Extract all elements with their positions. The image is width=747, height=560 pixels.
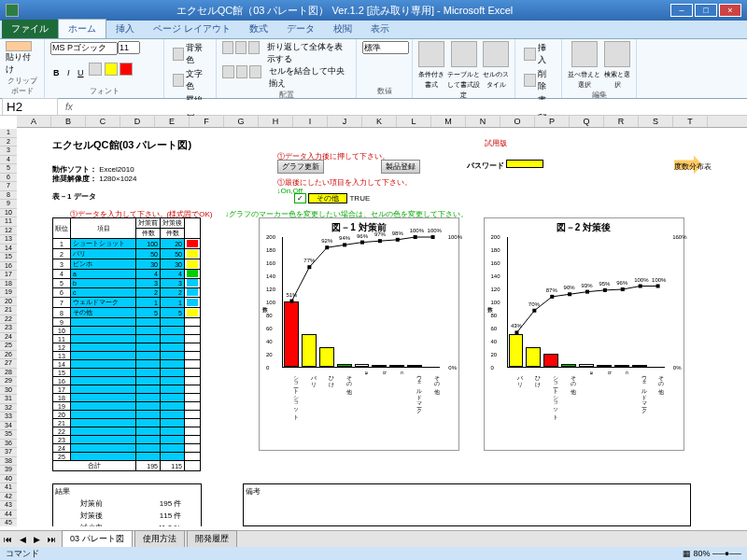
align-br-icon[interactable] [249, 65, 261, 78]
formula-input[interactable] [78, 100, 747, 114]
delete-button[interactable]: 削除 [521, 67, 556, 93]
table-row[interactable]: 11 [53, 335, 201, 343]
col-header[interactable]: K [362, 116, 397, 127]
table-row[interactable]: 21 [53, 419, 201, 427]
close-button[interactable]: × [719, 4, 741, 17]
wrap-button[interactable]: 折り返して全体を表示する [267, 41, 350, 65]
col-header[interactable]: L [397, 116, 431, 127]
table-row[interactable]: 6c22 [53, 288, 201, 298]
col-header[interactable]: B [51, 116, 86, 127]
row-header[interactable]: 35 [0, 430, 17, 440]
italic-button[interactable]: I [64, 67, 73, 78]
col-header[interactable]: S [639, 116, 673, 127]
row-header[interactable]: 45 [0, 519, 17, 526]
table-row[interactable]: 22 [53, 427, 201, 436]
tblfmt-icon[interactable] [451, 41, 477, 67]
row-header[interactable]: 8 [0, 191, 17, 201]
fgcolor-button[interactable]: 文字色 [170, 67, 210, 93]
row-header[interactable]: 38 [0, 457, 17, 467]
tab-insert[interactable]: 挿入 [106, 20, 144, 38]
row-header[interactable]: 32 [0, 404, 17, 413]
sheet-nav-prev[interactable]: ◀ [16, 535, 30, 544]
row-header[interactable]: 4 [0, 156, 17, 165]
col-header[interactable]: P [535, 116, 570, 127]
row-header[interactable]: 34 [0, 422, 17, 431]
row-header[interactable]: 2 [0, 138, 17, 147]
row-header[interactable]: 19 [0, 288, 17, 298]
row-header[interactable]: 9 [0, 200, 17, 209]
tab-layout[interactable]: ページ レイアウト [144, 20, 240, 38]
sheet-tab-3[interactable]: 開発履歴 [187, 530, 237, 548]
table-row[interactable]: 4a44 [53, 270, 201, 279]
table-row[interactable]: 5b33 [53, 279, 201, 288]
col-header[interactable]: D [120, 116, 155, 127]
col-header[interactable]: J [328, 116, 362, 127]
col-header[interactable]: I [293, 116, 328, 127]
table-row[interactable]: 24 [53, 444, 201, 453]
row-header[interactable]: 7 [0, 182, 17, 191]
table-row[interactable]: 17 [53, 385, 201, 394]
numfmt-select[interactable] [362, 41, 409, 54]
row-header[interactable]: 12 [0, 227, 17, 236]
zoom-slider[interactable]: ──●── [712, 549, 741, 558]
bold-button[interactable]: B [50, 67, 63, 78]
table-row[interactable]: 16 [53, 377, 201, 385]
row-header[interactable]: 21 [0, 306, 17, 315]
cellstyle-icon[interactable] [483, 41, 509, 67]
row-header[interactable]: 1 [0, 129, 17, 138]
table-row[interactable]: 19 [53, 402, 201, 411]
size-select[interactable] [118, 41, 140, 54]
row-header[interactable]: 43 [0, 501, 17, 511]
table-row[interactable]: 20 [53, 411, 201, 419]
update-button[interactable]: グラフ更新 [277, 160, 324, 174]
col-header[interactable]: O [500, 116, 535, 127]
paste-icon[interactable] [6, 41, 32, 51]
row-header[interactable]: 13 [0, 235, 17, 245]
col-header[interactable]: H [259, 116, 293, 127]
bgcolor-button[interactable]: 背景色 [170, 41, 210, 67]
row-header[interactable]: 36 [0, 440, 17, 449]
table-row[interactable]: 1ショートショット10020 [53, 239, 201, 249]
row-header[interactable]: 22 [0, 315, 17, 325]
underline-button[interactable]: U [75, 67, 87, 78]
name-box[interactable] [2, 98, 58, 116]
row-header[interactable]: 42 [0, 493, 17, 502]
table-row[interactable]: 12 [53, 343, 201, 352]
table-row[interactable]: 8その他55 [53, 308, 201, 318]
row-header[interactable]: 30 [0, 386, 17, 396]
tab-data[interactable]: データ [277, 20, 324, 38]
condfmt-icon[interactable] [418, 41, 444, 67]
merge-button[interactable]: セルを結合して中央揃え [269, 65, 350, 90]
row-header[interactable]: 16 [0, 262, 17, 272]
row-header[interactable]: 23 [0, 324, 17, 333]
align-tr-icon[interactable] [248, 41, 260, 54]
register-button[interactable]: 製品登録 [381, 160, 420, 174]
col-header[interactable]: A [17, 116, 51, 127]
row-header[interactable]: 6 [0, 174, 17, 183]
row-header[interactable]: 11 [0, 217, 17, 227]
sheet-nav-last[interactable]: ⏭ [44, 535, 60, 544]
border-icon[interactable] [89, 63, 102, 76]
row-header[interactable]: 40 [0, 475, 17, 484]
align-tl-icon[interactable] [222, 41, 233, 54]
row-header[interactable]: 33 [0, 413, 17, 422]
pw-field[interactable] [506, 160, 543, 168]
table-row[interactable]: 9 [53, 318, 201, 327]
sheet-tab-2[interactable]: 使用方法 [134, 530, 185, 548]
minimize-button[interactable]: – [670, 4, 693, 17]
row-header[interactable]: 26 [0, 351, 17, 360]
other-field[interactable]: その他 [308, 193, 347, 203]
table-row[interactable]: 14 [53, 360, 201, 369]
sort-icon[interactable] [571, 41, 598, 67]
col-header[interactable]: E [155, 116, 190, 127]
tab-home[interactable]: ホーム [58, 19, 106, 38]
row-header[interactable]: 10 [0, 209, 17, 218]
sheet-nav-next[interactable]: ▶ [30, 535, 44, 544]
row-header[interactable]: 14 [0, 245, 17, 254]
row-header[interactable]: 17 [0, 271, 17, 280]
table-row[interactable]: 10 [53, 327, 201, 335]
table-row[interactable]: 25 [53, 453, 201, 461]
table-row[interactable]: 23 [53, 436, 201, 444]
sheet-nav-first[interactable]: ⏮ [0, 535, 16, 544]
checkbox[interactable]: ✓ [294, 193, 306, 203]
